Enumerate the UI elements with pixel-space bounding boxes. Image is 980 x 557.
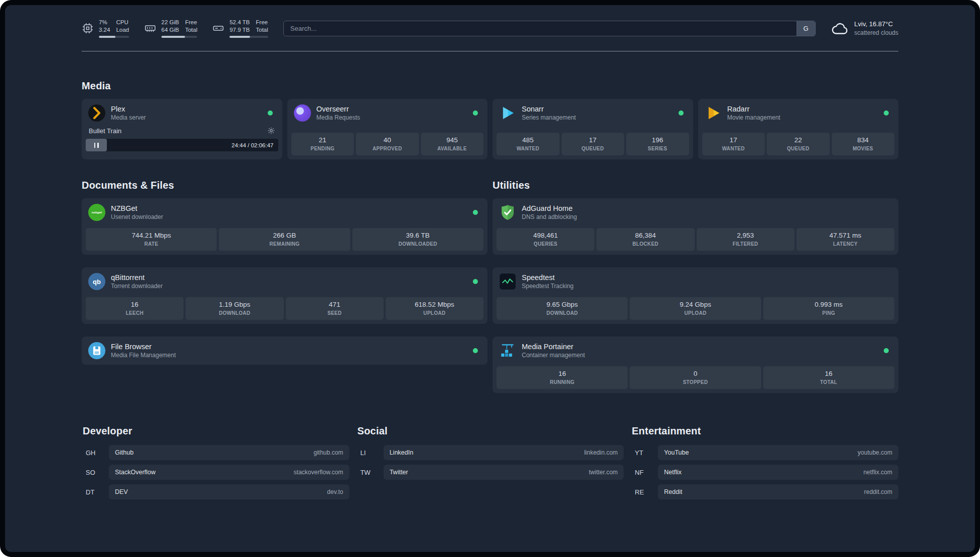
- stat-tile: 21PENDING: [291, 133, 354, 155]
- bookmarks-social: Social LI LinkedIn linkedin.com TW Twitt…: [356, 425, 624, 499]
- service-header: Media Portainer Container management: [497, 341, 894, 363]
- qbittorrent-icon: qb: [88, 273, 105, 290]
- search-provider-button[interactable]: G: [797, 21, 815, 36]
- memory-progress-bar: [161, 36, 197, 38]
- bookmark-link-youtube[interactable]: YouTube youtube.com: [658, 445, 898, 460]
- weather-location: Lviv, 16.87°C: [854, 20, 898, 29]
- bookmark-name: StackOverflow: [115, 469, 156, 476]
- service-card-radarr[interactable]: Radarr Movie management 17WANTED 22QUEUE…: [698, 99, 899, 159]
- service-card-overseerr[interactable]: Overseerr Media Requests 21PENDING 40APP…: [287, 99, 488, 159]
- bookmark-domain: github.com: [314, 449, 343, 456]
- bookmark-domain: stackoverflow.com: [294, 469, 343, 476]
- status-dot: [473, 348, 478, 353]
- bookmark-abbr: GH: [82, 449, 102, 457]
- bookmark-link-twitter[interactable]: Twitter twitter.com: [384, 465, 624, 480]
- stat-tile: 945AVAILABLE: [421, 133, 484, 155]
- service-name: Speedtest: [522, 273, 574, 283]
- bookmark-link-github[interactable]: Github github.com: [109, 445, 349, 460]
- service-stats: 485WANTED 17QUEUED 196SERIES: [497, 133, 689, 155]
- nzbget-icon: nzbget: [88, 204, 105, 221]
- bookmark-name: Github: [115, 449, 134, 456]
- bookmark-name: YouTube: [664, 449, 689, 456]
- status-dot: [473, 279, 478, 284]
- status-dot: [679, 110, 684, 116]
- service-header: qb qBittorrent Torrent downloader: [86, 271, 483, 294]
- load-label: Load: [116, 26, 129, 34]
- radarr-icon: [705, 104, 722, 122]
- service-stats: 744.21 MbpsRATE 266 GBREMAINING 39.6 TBD…: [86, 228, 483, 251]
- bookmark-row: RE Reddit reddit.com: [631, 484, 898, 499]
- weather-widget: Lviv, 16.87°C scattered clouds: [831, 20, 898, 37]
- stat-tile: 39.6 TBDOWNLOADED: [352, 228, 483, 251]
- resource-widgets: 7% 3.24 CPU Load: [82, 19, 268, 38]
- service-name: qBittorrent: [111, 273, 163, 283]
- bookmark-name: Twitter: [390, 469, 408, 476]
- total-label: Total: [185, 26, 197, 34]
- stat-tile: 40APPROVED: [356, 133, 419, 155]
- stat-tile: 9.24 GbpsUPLOAD: [630, 297, 761, 320]
- cpu-progress-bar: [99, 36, 129, 38]
- disk-icon: [212, 22, 224, 34]
- bookmark-domain: twitter.com: [589, 469, 618, 476]
- service-header: Sonarr Series management: [497, 103, 689, 126]
- section-title-developer: Developer: [82, 425, 349, 437]
- documents-column: Documents & Files nzbget NZBGet Usenet d…: [82, 180, 487, 365]
- service-card-plex[interactable]: Plex Media server Bullet Train 24:44 / 0…: [82, 99, 282, 159]
- service-card-speedtest[interactable]: Speedtest Speedtest Tracking 9.65 GbpsDO…: [493, 267, 898, 324]
- stat-tile: 9.65 GbpsDOWNLOAD: [497, 297, 628, 320]
- bookmark-domain: dev.to: [327, 488, 343, 495]
- qbittorrent-logo-text: qb: [93, 278, 101, 286]
- bookmark-link-dev[interactable]: DEV dev.to: [109, 484, 349, 499]
- disk-widget: 52.4 TB 97.9 TB Free Total: [212, 19, 268, 38]
- cpu-usage: 7%: [99, 19, 110, 26]
- plex-icon: [88, 104, 105, 122]
- window-frame: 7% 3.24 CPU Load: [0, 0, 980, 557]
- section-title-social: Social: [356, 425, 624, 437]
- service-stats: 9.65 GbpsDOWNLOAD 9.24 GbpsUPLOAD 0.993 …: [497, 297, 894, 320]
- service-stats: 16RUNNING 0STOPPED 16TOTAL: [497, 366, 894, 389]
- service-header: Speedtest Speedtest Tracking: [497, 271, 894, 294]
- free-label: Free: [185, 19, 197, 26]
- service-name: Radarr: [727, 104, 780, 114]
- stat-tile: 196SERIES: [626, 133, 689, 155]
- service-card-filebrowser[interactable]: File Browser Media File Management: [82, 337, 487, 365]
- service-stats: 21PENDING 40APPROVED 945AVAILABLE: [291, 133, 484, 155]
- stat-tile: 1.19 GbpsDOWNLOAD: [186, 297, 283, 320]
- search-bar: G: [283, 21, 816, 36]
- stat-tile: 16TOTAL: [763, 366, 894, 389]
- service-card-sonarr[interactable]: Sonarr Series management 485WANTED 17QUE…: [493, 99, 693, 159]
- service-name: NZBGet: [111, 204, 163, 213]
- service-header: AdGuard Home DNS and adblocking: [497, 202, 894, 225]
- service-card-qbittorrent[interactable]: qb qBittorrent Torrent downloader 16LEEC…: [82, 267, 487, 324]
- cpu-values: 7% 3.24: [99, 19, 110, 34]
- stat-tile: 0.993 msPING: [763, 297, 894, 320]
- bookmark-link-stackoverflow[interactable]: StackOverflow stackoverflow.com: [109, 465, 349, 480]
- playback-time: 24:44 / 02:06:47: [231, 142, 273, 148]
- service-card-nzbget[interactable]: nzbget NZBGet Usenet downloader 744.21 M…: [82, 198, 487, 255]
- service-card-portainer[interactable]: Media Portainer Container management 16R…: [493, 337, 898, 393]
- search-input[interactable]: [284, 21, 797, 36]
- service-header: Plex Media server: [86, 103, 278, 126]
- stat-tile: 16RUNNING: [497, 366, 628, 389]
- service-description: DNS and adblocking: [522, 213, 577, 221]
- status-dot: [473, 110, 478, 116]
- stat-tile: 16LEECH: [86, 297, 183, 320]
- bookmark-link-reddit[interactable]: Reddit reddit.com: [658, 484, 898, 499]
- service-name: Media Portainer: [522, 342, 585, 352]
- bookmark-domain: netflix.com: [864, 469, 892, 476]
- bookmark-link-netflix[interactable]: Netflix netflix.com: [658, 465, 898, 480]
- service-card-adguard[interactable]: AdGuard Home DNS and adblocking 498,461Q…: [493, 198, 898, 255]
- service-name: Sonarr: [522, 104, 576, 114]
- bookmark-row: LI LinkedIn linkedin.com: [356, 445, 624, 460]
- playback-progress-bar[interactable]: 24:44 / 02:06:47: [86, 139, 278, 151]
- service-header: nzbget NZBGet Usenet downloader: [86, 202, 483, 225]
- bookmark-abbr: DT: [82, 488, 102, 496]
- bookmark-link-linkedin[interactable]: LinkedIn linkedin.com: [384, 445, 624, 460]
- bookmark-abbr: TW: [356, 469, 377, 476]
- section-title-documents: Documents & Files: [82, 180, 487, 191]
- settings-gear-icon[interactable]: [267, 127, 275, 135]
- pause-button[interactable]: [86, 139, 107, 151]
- stat-tile: 86,384BLOCKED: [596, 228, 694, 251]
- total-label: Total: [256, 26, 268, 34]
- free-label: Free: [256, 19, 268, 26]
